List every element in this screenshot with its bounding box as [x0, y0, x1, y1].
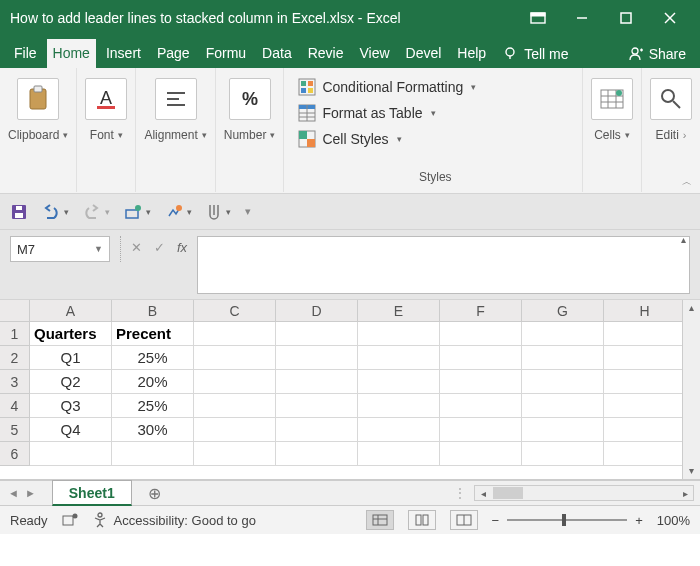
- overflow-icon[interactable]: ›: [683, 129, 687, 141]
- paste-button[interactable]: [17, 72, 59, 120]
- enter-formula-button[interactable]: ✓: [154, 240, 165, 255]
- cell-D2[interactable]: [276, 346, 358, 370]
- cell-H1[interactable]: [604, 322, 686, 346]
- cell-G6[interactable]: [522, 442, 604, 466]
- tab-formulas[interactable]: Formu: [200, 39, 252, 68]
- cell-B5[interactable]: 30%: [112, 418, 194, 442]
- cell-F4[interactable]: [440, 394, 522, 418]
- row-header-2[interactable]: 2: [0, 346, 30, 370]
- cell-B1[interactable]: Precent: [112, 322, 194, 346]
- cell-H6[interactable]: [604, 442, 686, 466]
- cell-H2[interactable]: [604, 346, 686, 370]
- cell-B4[interactable]: 25%: [112, 394, 194, 418]
- qat-button-4[interactable]: ▾: [124, 204, 151, 220]
- qat-button-6[interactable]: ▾: [206, 203, 231, 221]
- col-header-D[interactable]: D: [276, 300, 358, 322]
- tab-developer[interactable]: Devel: [400, 39, 448, 68]
- alignment-button[interactable]: [155, 72, 197, 120]
- tab-insert[interactable]: Insert: [100, 39, 147, 68]
- select-all-button[interactable]: [0, 300, 30, 322]
- cell-E4[interactable]: [358, 394, 440, 418]
- expand-formula-bar-button[interactable]: ▴: [681, 234, 686, 245]
- tab-help[interactable]: Help: [451, 39, 492, 68]
- share-button[interactable]: Share: [619, 40, 694, 68]
- row-header-1[interactable]: 1: [0, 322, 30, 346]
- redo-button[interactable]: ▾: [83, 204, 110, 220]
- tab-split-handle[interactable]: ⋮: [446, 486, 474, 500]
- row-header-6[interactable]: 6: [0, 442, 30, 466]
- zoom-thumb[interactable]: [562, 514, 566, 526]
- zoom-out-button[interactable]: −: [492, 513, 500, 528]
- view-page-break-button[interactable]: [450, 510, 478, 530]
- tab-page-layout[interactable]: Page: [151, 39, 196, 68]
- cell-E1[interactable]: [358, 322, 440, 346]
- scroll-up-button[interactable]: ▴: [683, 300, 700, 316]
- row-header-3[interactable]: 3: [0, 370, 30, 394]
- cells-area[interactable]: Quarters Precent Q1 25% Q2 20% Q3 25% Q4…: [30, 322, 700, 466]
- hscroll-thumb[interactable]: [493, 487, 523, 499]
- zoom-slider[interactable]: − +: [492, 513, 643, 528]
- cell-A5[interactable]: Q4: [30, 418, 112, 442]
- close-button[interactable]: [650, 4, 690, 32]
- qat-button-5[interactable]: ▾: [165, 204, 192, 220]
- vertical-scrollbar[interactable]: ▴ ▾: [682, 300, 700, 479]
- minimize-button[interactable]: [562, 4, 602, 32]
- zoom-track[interactable]: [507, 519, 627, 521]
- cell-D4[interactable]: [276, 394, 358, 418]
- tab-review[interactable]: Revie: [302, 39, 350, 68]
- zoom-in-button[interactable]: +: [635, 513, 643, 528]
- cell-D6[interactable]: [276, 442, 358, 466]
- cell-G5[interactable]: [522, 418, 604, 442]
- cell-G1[interactable]: [522, 322, 604, 346]
- cell-G3[interactable]: [522, 370, 604, 394]
- cell-A4[interactable]: Q3: [30, 394, 112, 418]
- cell-D1[interactable]: [276, 322, 358, 346]
- cancel-formula-button[interactable]: ✕: [131, 240, 142, 255]
- cell-E3[interactable]: [358, 370, 440, 394]
- chevron-down-icon[interactable]: ▼: [94, 244, 103, 254]
- tab-file[interactable]: File: [8, 39, 43, 68]
- accessibility-button[interactable]: Accessibility: Good to go: [92, 512, 256, 528]
- chevron-down-icon[interactable]: ▾: [202, 130, 207, 140]
- col-header-A[interactable]: A: [30, 300, 112, 322]
- scroll-down-button[interactable]: ▾: [683, 463, 700, 479]
- cell-B6[interactable]: [112, 442, 194, 466]
- insert-function-button[interactable]: fx: [177, 240, 187, 255]
- name-box[interactable]: M7 ▼: [10, 236, 110, 262]
- view-normal-button[interactable]: [366, 510, 394, 530]
- cell-F3[interactable]: [440, 370, 522, 394]
- cell-C2[interactable]: [194, 346, 276, 370]
- tab-scroll-left-button[interactable]: ◄: [8, 487, 19, 499]
- cell-B3[interactable]: 20%: [112, 370, 194, 394]
- tell-me[interactable]: Tell me: [494, 40, 576, 68]
- col-header-F[interactable]: F: [440, 300, 522, 322]
- zoom-level[interactable]: 100%: [657, 513, 690, 528]
- macro-record-button[interactable]: [62, 513, 78, 527]
- cell-A1[interactable]: Quarters: [30, 322, 112, 346]
- cell-H4[interactable]: [604, 394, 686, 418]
- cell-C6[interactable]: [194, 442, 276, 466]
- collapse-ribbon-button[interactable]: ︿: [682, 175, 692, 189]
- cell-F1[interactable]: [440, 322, 522, 346]
- scroll-left-button[interactable]: ◂: [475, 488, 491, 499]
- cell-B2[interactable]: 25%: [112, 346, 194, 370]
- scroll-right-button[interactable]: ▸: [677, 488, 693, 499]
- tab-home[interactable]: Home: [47, 39, 96, 68]
- cell-H3[interactable]: [604, 370, 686, 394]
- col-header-C[interactable]: C: [194, 300, 276, 322]
- chevron-down-icon[interactable]: ▾: [270, 130, 275, 140]
- cell-C5[interactable]: [194, 418, 276, 442]
- col-header-H[interactable]: H: [604, 300, 686, 322]
- col-header-G[interactable]: G: [522, 300, 604, 322]
- chevron-down-icon[interactable]: ▾: [118, 130, 123, 140]
- cell-F2[interactable]: [440, 346, 522, 370]
- chevron-down-icon[interactable]: ▾: [625, 130, 630, 140]
- row-header-5[interactable]: 5: [0, 418, 30, 442]
- cell-G2[interactable]: [522, 346, 604, 370]
- new-sheet-button[interactable]: ⊕: [142, 484, 168, 503]
- cell-D3[interactable]: [276, 370, 358, 394]
- qat-customize-button[interactable]: ▾: [245, 205, 251, 218]
- cell-styles-button[interactable]: Cell Styles▾: [298, 126, 401, 152]
- tab-scroll-right-button[interactable]: ►: [25, 487, 36, 499]
- col-header-B[interactable]: B: [112, 300, 194, 322]
